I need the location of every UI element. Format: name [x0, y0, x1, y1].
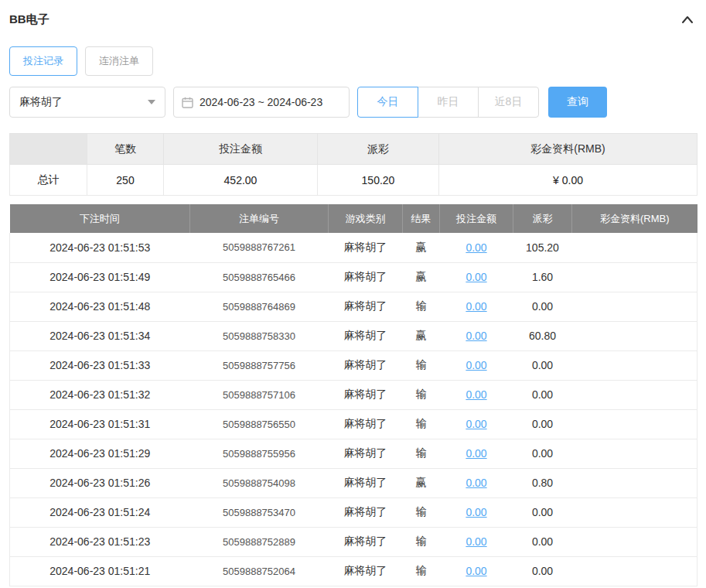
bet-amount-link[interactable]: 0.00 — [466, 535, 486, 548]
quick-yesterday-button[interactable]: 昨日 — [418, 87, 479, 118]
cell-order-id: 5059888764869 — [190, 292, 329, 321]
bet-amount-link[interactable]: 0.00 — [466, 300, 486, 313]
cell-bet-amount: 0.00 — [440, 439, 513, 468]
summary-total-label: 总计 — [10, 165, 87, 196]
tab-cancelled-orders[interactable]: 连消注单 — [85, 46, 153, 76]
cell-bet-time: 2024-06-23 01:51:48 — [10, 292, 190, 321]
cell-payout: 1.60 — [513, 262, 572, 292]
cell-result: 输 — [403, 380, 440, 409]
cell-game-category: 麻将胡了 — [329, 439, 403, 468]
calendar-icon — [182, 97, 193, 108]
cell-bet-time: 2024-06-23 01:51:23 — [10, 527, 190, 556]
cell-bonus — [572, 321, 697, 350]
filter-bar: 麻将胡了 2024-06-23 ~ 2024-06-23 今日 昨日 近8日 查… — [0, 87, 706, 118]
quick-last8days-button[interactable]: 近8日 — [478, 87, 539, 118]
cell-order-id: 5059888752064 — [190, 556, 329, 586]
chevron-up-icon[interactable] — [681, 15, 694, 24]
bet-amount-link[interactable]: 0.00 — [466, 418, 486, 430]
table-row: 2024-06-23 01:51:24 5059888753470 麻将胡了 输… — [10, 497, 697, 527]
cell-bet-amount: 0.00 — [440, 350, 513, 380]
cell-result: 输 — [403, 439, 440, 468]
date-range-input[interactable]: 2024-06-23 ~ 2024-06-23 — [173, 87, 350, 118]
header-result: 结果 — [403, 204, 440, 233]
cell-bet-time: 2024-06-23 01:51:34 — [10, 321, 190, 350]
cell-bet-amount: 0.00 — [440, 497, 513, 527]
bet-amount-link[interactable]: 0.00 — [466, 359, 486, 371]
cell-game-category: 麻将胡了 — [329, 468, 403, 497]
summary-header-empty — [10, 134, 87, 165]
cell-bonus — [572, 409, 697, 439]
header-bet-amount: 投注金额 — [440, 204, 513, 233]
cell-bet-amount: 0.00 — [440, 468, 513, 497]
header-game-category: 游戏类别 — [329, 204, 403, 233]
cell-bet-amount: 0.00 — [440, 380, 513, 409]
summary-total-bet-amount: 452.00 — [164, 165, 318, 196]
cell-bet-time: 2024-06-23 01:51:21 — [10, 556, 190, 586]
cell-bet-amount: 0.00 — [440, 262, 513, 292]
game-select[interactable]: 麻将胡了 — [9, 87, 165, 118]
bet-amount-link[interactable]: 0.00 — [466, 271, 486, 283]
table-row: 2024-06-23 01:51:53 5059888767261 麻将胡了 赢… — [10, 233, 697, 262]
cell-game-category: 麻将胡了 — [329, 350, 403, 380]
cell-game-category: 麻将胡了 — [329, 233, 403, 262]
cell-result: 输 — [403, 497, 440, 527]
cell-bet-time: 2024-06-23 01:51:31 — [10, 409, 190, 439]
cell-bet-amount: 0.00 — [440, 556, 513, 586]
cell-bonus — [572, 380, 697, 409]
cell-bonus — [572, 439, 697, 468]
bet-amount-link[interactable]: 0.00 — [466, 506, 486, 518]
game-select-value: 麻将胡了 — [19, 95, 63, 109]
search-button[interactable]: 查询 — [548, 87, 607, 118]
cell-bonus — [572, 262, 697, 292]
bet-amount-link[interactable]: 0.00 — [466, 565, 486, 577]
bet-amount-link[interactable]: 0.00 — [466, 330, 486, 342]
cell-order-id: 5059888752889 — [190, 527, 329, 556]
cell-bonus — [572, 527, 697, 556]
table-row: 2024-06-23 01:51:34 5059888758330 麻将胡了 赢… — [10, 321, 697, 350]
cell-bet-amount: 0.00 — [440, 409, 513, 439]
cell-bet-amount: 0.00 — [440, 527, 513, 556]
bet-table-header-row: 下注时间 注单编号 游戏类别 结果 投注金额 派彩 彩金资料(RMB) — [10, 204, 697, 233]
header-bet-time: 下注时间 — [10, 204, 190, 233]
cell-bet-amount: 0.00 — [440, 233, 513, 262]
cell-bonus — [572, 350, 697, 380]
panel-title: BB电子 — [9, 12, 49, 27]
cell-game-category: 麻将胡了 — [329, 556, 403, 586]
cell-payout: 0.00 — [513, 350, 572, 380]
summary-header-payout: 派彩 — [318, 134, 439, 165]
cell-game-category: 麻将胡了 — [329, 527, 403, 556]
cell-order-id: 5059888754098 — [190, 468, 329, 497]
cell-result: 输 — [403, 292, 440, 321]
cell-payout: 105.20 — [513, 233, 572, 262]
cell-payout: 0.80 — [513, 468, 572, 497]
bet-amount-link[interactable]: 0.00 — [466, 477, 486, 489]
tab-bar: 投注记录 连消注单 — [0, 46, 706, 76]
summary-total-payout: 150.20 — [318, 165, 439, 196]
cell-result: 输 — [403, 556, 440, 586]
cell-payout: 0.00 — [513, 497, 572, 527]
bet-amount-link[interactable]: 0.00 — [466, 388, 486, 401]
cell-order-id: 5059888758330 — [190, 321, 329, 350]
bet-amount-link[interactable]: 0.00 — [466, 241, 486, 254]
bet-table-body: 2024-06-23 01:51:53 5059888767261 麻将胡了 赢… — [10, 233, 697, 586]
table-row: 2024-06-23 01:51:32 5059888757106 麻将胡了 输… — [10, 380, 697, 409]
cell-result: 输 — [403, 350, 440, 380]
cell-payout: 0.00 — [513, 527, 572, 556]
cell-order-id: 5059888757106 — [190, 380, 329, 409]
cell-bet-amount: 0.00 — [440, 321, 513, 350]
summary-total-row: 总计 250 452.00 150.20 ¥ 0.00 — [10, 165, 697, 196]
cell-bet-time: 2024-06-23 01:51:49 — [10, 262, 190, 292]
cell-bonus — [572, 556, 697, 586]
cell-payout: 0.00 — [513, 409, 572, 439]
cell-game-category: 麻将胡了 — [329, 292, 403, 321]
cell-result: 赢 — [403, 321, 440, 350]
summary-total-count: 250 — [87, 165, 164, 196]
bet-amount-link[interactable]: 0.00 — [466, 447, 486, 460]
summary-total-bonus: ¥ 0.00 — [439, 165, 697, 196]
tab-bet-records[interactable]: 投注记录 — [9, 46, 77, 76]
cell-result: 赢 — [403, 468, 440, 497]
quick-today-button[interactable]: 今日 — [357, 87, 418, 118]
cell-order-id: 5059888756550 — [190, 409, 329, 439]
cell-bet-time: 2024-06-23 01:51:53 — [10, 233, 190, 262]
table-row: 2024-06-23 01:51:33 5059888757756 麻将胡了 输… — [10, 350, 697, 380]
